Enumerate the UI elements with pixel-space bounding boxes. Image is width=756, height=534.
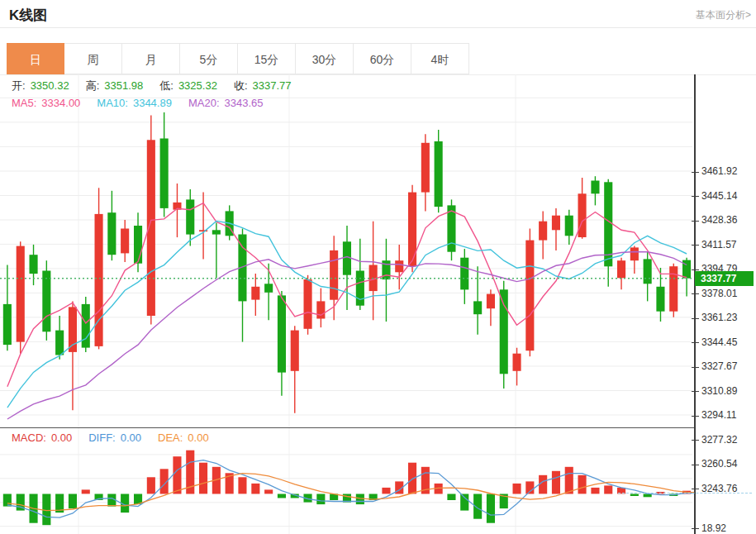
- legend-ma-value-2: 3343.65: [225, 97, 264, 109]
- price-tick-label: 3411.57: [701, 239, 737, 250]
- tab-period-1[interactable]: 周: [64, 43, 122, 74]
- legend-macd-value-0: 0.00: [51, 431, 72, 444]
- price-tick: [692, 293, 699, 294]
- period-tab-bar: 日周月5分15分30分60分4时: [7, 43, 469, 74]
- chart-area: 开:3350.32高:3351.98低:3325.32收:3337.77 MA5…: [0, 74, 756, 534]
- legend-macd-value-1: 0.00: [121, 431, 141, 444]
- legend-ohlc-label-1: 高:: [86, 79, 100, 92]
- price-tick-label: 3294.11: [701, 409, 737, 421]
- legend-ohlc-value-0: 3350.32: [31, 79, 69, 92]
- price-tick: [692, 391, 699, 392]
- price-tick: [692, 245, 699, 246]
- legend-ma-value-1: 3344.89: [133, 97, 172, 109]
- price-tick-label: 3378.01: [701, 288, 737, 299]
- price-tick-label: 3310.89: [701, 385, 737, 397]
- tab-period-6[interactable]: 60分: [354, 43, 411, 74]
- price-tick: [692, 342, 699, 343]
- tab-period-5[interactable]: 30分: [296, 43, 354, 74]
- legend-ohlc-value-1: 3351.98: [104, 79, 143, 92]
- price-tick: [692, 416, 699, 417]
- legend-macd-label-0: MACD:: [12, 431, 46, 444]
- macd-tick-label: 18.92: [701, 522, 726, 534]
- price-tick: [692, 318, 699, 319]
- price-tick-label: 3327.67: [701, 360, 737, 372]
- price-tick-label: 3260.54: [701, 458, 737, 470]
- ohlc-legend: 开:3350.32高:3351.98低:3325.32收:3337.77: [12, 79, 308, 93]
- price-tick-label: 3344.45: [701, 336, 737, 348]
- title-bar: K线图 基本面分析>: [0, 0, 756, 28]
- legend-ohlc-label-3: 收:: [234, 79, 248, 92]
- legend-macd-label-2: DEA:: [158, 431, 183, 444]
- price-tick-label: 3445.14: [701, 190, 737, 202]
- legend-macd-value-2: 0.00: [188, 431, 208, 444]
- legend-ohlc-label-0: 开:: [12, 79, 26, 92]
- price-tick: [692, 367, 699, 368]
- price-tick: [692, 221, 699, 222]
- legend-ma-label-2: MA20:: [188, 97, 220, 109]
- price-tick-label: 3277.32: [701, 434, 737, 446]
- tab-period-4[interactable]: 15分: [238, 43, 296, 74]
- macd-tick: [692, 528, 699, 529]
- fundamental-analysis-link[interactable]: 基本面分析>: [696, 8, 751, 22]
- legend-ohlc-label-2: 低:: [159, 79, 174, 92]
- tab-period-7[interactable]: 4时: [411, 43, 469, 74]
- macd-canvas[interactable]: [0, 428, 695, 534]
- price-tick-label: 3461.92: [701, 165, 737, 177]
- price-tick: [692, 172, 699, 173]
- ma-legend: MA5:3334.00MA10:3344.89MA20:3343.65: [12, 97, 280, 109]
- legend-ma-label-0: MA5:: [12, 97, 36, 109]
- tab-period-0[interactable]: 日: [7, 43, 64, 74]
- legend-ohlc-value-3: 3337.77: [253, 79, 292, 92]
- price-tick-label: 3428.36: [701, 214, 737, 226]
- tab-period-2[interactable]: 月: [122, 43, 180, 74]
- price-tick: [692, 465, 699, 465]
- legend-ohlc-value-2: 3325.32: [178, 79, 217, 92]
- legend-ma-label-1: MA10:: [97, 97, 128, 109]
- price-tick: [692, 196, 699, 197]
- price-tick-label: 3361.23: [701, 312, 737, 323]
- page-title: K线图: [9, 6, 47, 25]
- kline-app-window: K线图 基本面分析> 日周月5分15分30分60分4时 开:3350.32高:3…: [0, 0, 756, 534]
- main-candlestick-canvas[interactable]: [0, 74, 695, 427]
- price-tick: [692, 489, 699, 489]
- legend-ma-value-0: 3334.00: [41, 97, 80, 109]
- legend-macd-label-1: DIFF:: [88, 431, 116, 444]
- macd-current-dashed-line: [618, 493, 752, 493]
- current-price-badge: 3337.77: [695, 271, 754, 286]
- panel-divider: [0, 427, 695, 428]
- macd-legend: MACD:0.00DIFF:0.00DEA:0.00: [12, 431, 226, 444]
- price-tick: [692, 440, 699, 441]
- tab-period-3[interactable]: 5分: [180, 43, 238, 74]
